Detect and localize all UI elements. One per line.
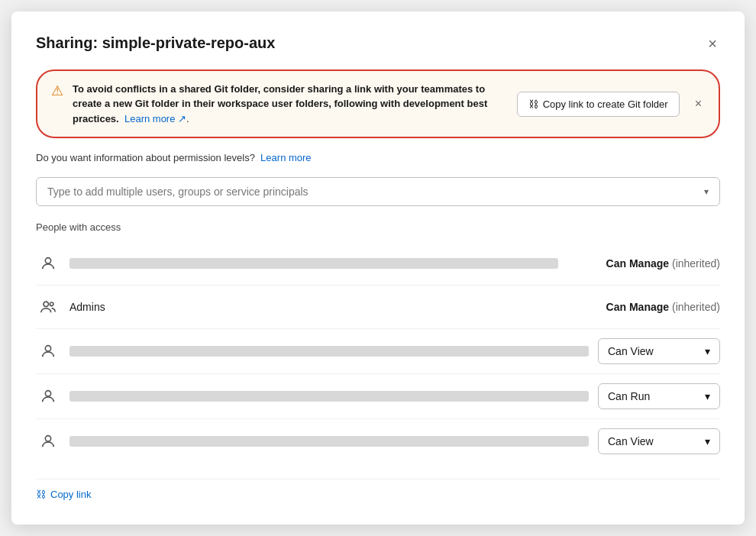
- svg-point-1: [44, 302, 48, 306]
- group-icon: [36, 295, 60, 319]
- close-button[interactable]: ×: [705, 33, 720, 54]
- footer: ⛓ Copy link: [36, 479, 720, 500]
- person-permission: Can Manage (inherited): [567, 257, 720, 270]
- table-row: Can View ▾: [36, 329, 720, 374]
- table-row: Can Run ▾: [36, 374, 720, 419]
- warning-icon: ⚠: [51, 82, 63, 99]
- person-icon: [36, 339, 60, 363]
- permission-learn-more-link[interactable]: Learn more: [260, 152, 311, 163]
- people-list: Can Manage (inherited) Admins Can Manage…: [36, 242, 720, 463]
- svg-point-5: [45, 436, 50, 441]
- banner-close-button[interactable]: ×: [692, 94, 705, 114]
- chevron-down-icon: ▾: [705, 435, 710, 447]
- svg-point-2: [50, 302, 53, 306]
- warning-banner: ⚠ To avoid conflicts in a shared Git fol…: [36, 69, 720, 139]
- link-icon: ⛓: [36, 489, 46, 500]
- person-name-blurred: [69, 391, 589, 402]
- dialog-header: Sharing: simple-private-repo-aux ×: [36, 33, 720, 54]
- svg-point-4: [45, 391, 50, 396]
- search-input[interactable]: [47, 186, 704, 198]
- link-icon: ⛓: [528, 98, 538, 110]
- person-name: Admins: [69, 301, 558, 313]
- permission-dropdown[interactable]: Can View ▾: [598, 428, 720, 454]
- chevron-down-icon: ▾: [705, 390, 710, 402]
- person-icon: [36, 429, 60, 454]
- search-container[interactable]: ▾: [36, 177, 720, 206]
- warning-content: ⚠ To avoid conflicts in a shared Git fol…: [51, 82, 505, 127]
- sharing-dialog: Sharing: simple-private-repo-aux × ⚠ To …: [11, 11, 745, 525]
- permission-dropdown[interactable]: Can View ▾: [598, 338, 720, 364]
- table-row: Can Manage (inherited): [36, 242, 720, 286]
- people-section-label: People with access: [36, 221, 720, 233]
- table-row: Can View ▾: [36, 419, 720, 463]
- copy-link-button[interactable]: ⛓ Copy link: [36, 489, 91, 500]
- copy-git-folder-button[interactable]: ⛓ Copy link to create Git folder: [517, 92, 680, 117]
- person-name-blurred: [69, 258, 558, 269]
- person-name-blurred: [69, 346, 589, 357]
- table-row: Admins Can Manage (inherited): [36, 286, 720, 329]
- permission-dropdown-container: Can Run ▾: [598, 383, 720, 409]
- svg-point-3: [45, 346, 50, 351]
- permission-dropdown-container: Can View ▾: [598, 338, 720, 364]
- permission-dropdown[interactable]: Can Run ▾: [598, 383, 720, 409]
- warning-learn-more-link[interactable]: Learn more ↗: [124, 113, 186, 124]
- permission-info: Do you want information about permission…: [36, 152, 720, 163]
- dialog-title: Sharing: simple-private-repo-aux: [36, 34, 275, 52]
- person-icon: [36, 251, 60, 276]
- permission-dropdown-container: Can View ▾: [598, 428, 720, 454]
- chevron-down-icon: ▾: [704, 186, 709, 197]
- chevron-down-icon: ▾: [705, 345, 710, 357]
- person-icon: [36, 384, 60, 408]
- person-permission: Can Manage (inherited): [567, 301, 720, 313]
- svg-point-0: [45, 258, 50, 263]
- person-name-blurred: [69, 436, 589, 447]
- warning-text: To avoid conflicts in a shared Git folde…: [73, 82, 505, 127]
